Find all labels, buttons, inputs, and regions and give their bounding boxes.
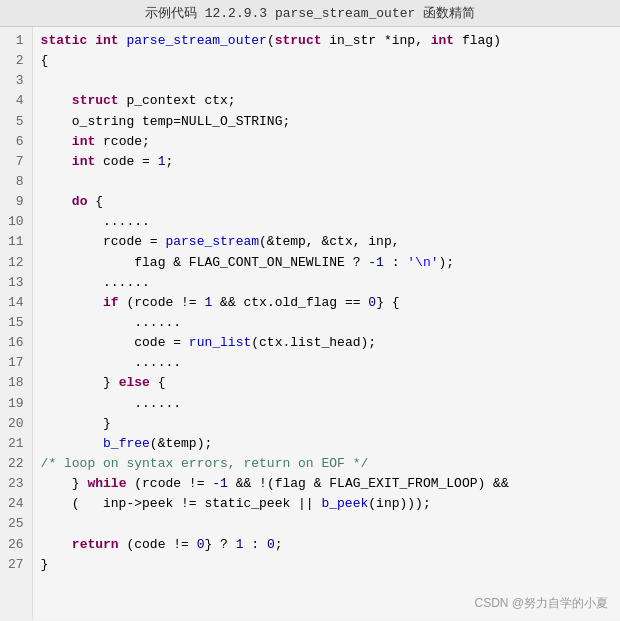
plain-token: } [41,557,49,572]
code-line: } while (rcode != -1 && !(flag & FLAG_EX… [41,474,612,494]
code-line: ...... [41,273,612,293]
plain-token: { [87,194,103,209]
line-number: 21 [8,434,24,454]
line-number: 27 [8,555,24,575]
title-text: 示例代码 12.2.9.3 parse_stream_outer 函数精简 [145,6,475,21]
plain-token: && !(flag & FLAG_EXIT_FROM_LOOP) && [228,476,509,491]
plain-token: flag) [454,33,501,48]
plain-token: rcode; [95,134,150,149]
fn-token: run_list [189,335,251,350]
plain-token: (&temp); [150,436,212,451]
plain-token: { [150,375,166,390]
code-line: do { [41,192,612,212]
code-container: 1234567891011121314151617181920212223242… [0,27,620,620]
code-line: int code = 1; [41,152,612,172]
code-line: ( inp->peek != static_peek || b_peek(inp… [41,494,612,514]
line-number: 19 [8,394,24,414]
kw-token: int [72,134,95,149]
plain-token [41,194,72,209]
plain-token: ...... [41,396,181,411]
plain-token: in_str *inp, [322,33,431,48]
code-line: ...... [41,212,612,232]
line-number: 12 [8,253,24,273]
line-number: 11 [8,232,24,252]
code-line: ...... [41,353,612,373]
line-number: 13 [8,273,24,293]
plain-token [41,537,72,552]
line-number: 6 [8,132,24,152]
code-line: b_free(&temp); [41,434,612,454]
code-line: } [41,555,612,575]
line-number: 16 [8,333,24,353]
plain-token: ( inp->peek != static_peek || [41,496,322,511]
line-number: 5 [8,112,24,132]
plain-token: : [384,255,407,270]
line-number: 7 [8,152,24,172]
plain-token: ...... [41,315,181,330]
title-bar: 示例代码 12.2.9.3 parse_stream_outer 函数精简 [0,0,620,27]
kw-token: int [95,33,118,48]
str-token: '\n' [407,255,438,270]
code-line [41,172,612,192]
code-line: { [41,51,612,71]
kw-token: static [41,33,88,48]
plain-token [41,436,103,451]
num-token: -1 [212,476,228,491]
code-line: if (rcode != 1 && ctx.old_flag == 0} { [41,293,612,313]
plain-token: o_string temp=NULL_O_STRING; [41,114,291,129]
plain-token [41,295,103,310]
plain-token: (code != [119,537,197,552]
plain-token: (&temp, &ctx, inp, [259,234,399,249]
plain-token: } [41,476,88,491]
line-number: 23 [8,474,24,494]
kw-token: return [72,537,119,552]
line-number: 22 [8,454,24,474]
code-line: flag & FLAG_CONT_ON_NEWLINE ? -1 : '\n')… [41,253,612,273]
kw-token: struct [275,33,322,48]
line-number: 2 [8,51,24,71]
plain-token [41,154,72,169]
kw-token: do [72,194,88,209]
code-line: } else { [41,373,612,393]
code-line: } [41,414,612,434]
kw-token: struct [72,93,119,108]
plain-token: && ctx.old_flag == [212,295,368,310]
plain-token: code = [95,154,157,169]
kw-token: int [72,154,95,169]
fn-token: parse_stream_outer [126,33,266,48]
plain-token: } ? [204,537,235,552]
line-number: 14 [8,293,24,313]
fn-token: b_free [103,436,150,451]
line-numbers: 1234567891011121314151617181920212223242… [0,27,33,620]
kw-token: if [103,295,119,310]
plain-token: (rcode != [126,476,212,491]
code-line: return (code != 0} ? 1 : 0; [41,535,612,555]
code-line: static int parse_stream_outer(struct in_… [41,31,612,51]
num-token: 0 [368,295,376,310]
line-number: 4 [8,91,24,111]
plain-token: flag & FLAG_CONT_ON_NEWLINE ? [41,255,369,270]
code-area: static int parse_stream_outer(struct in_… [33,27,620,620]
plain-token: ...... [41,275,150,290]
plain-token: : [244,537,267,552]
kw-token: else [119,375,150,390]
plain-token: } [41,375,119,390]
code-line: struct p_context ctx; [41,91,612,111]
code-line: int rcode; [41,132,612,152]
line-number: 24 [8,494,24,514]
line-number: 10 [8,212,24,232]
line-number: 3 [8,71,24,91]
plain-token: ); [439,255,455,270]
plain-token: ...... [41,355,181,370]
line-number: 8 [8,172,24,192]
line-number: 17 [8,353,24,373]
line-number: 9 [8,192,24,212]
plain-token: (inp))); [368,496,430,511]
comment-token: /* loop on syntax errors, return on EOF … [41,456,369,471]
plain-token: ( [267,33,275,48]
code-line: /* loop on syntax errors, return on EOF … [41,454,612,474]
plain-token: { [41,53,49,68]
code-line: ...... [41,313,612,333]
num-token: 0 [267,537,275,552]
plain-token [41,93,72,108]
